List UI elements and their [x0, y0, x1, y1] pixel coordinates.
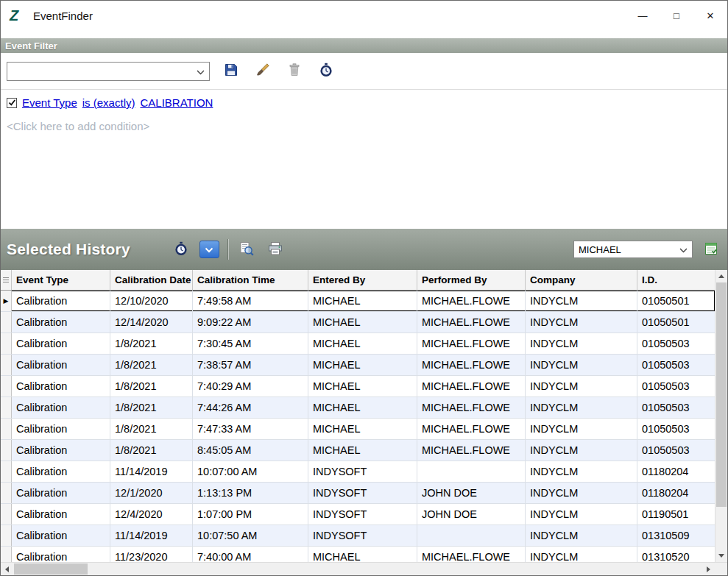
history-timer-button[interactable]: [171, 239, 191, 260]
table-row[interactable]: Calibration1/8/20217:30:45 AMMICHAELMICH…: [1, 333, 715, 355]
column-header-company[interactable]: Company: [526, 270, 637, 290]
cell-performed-by[interactable]: MICHAEL.FLOWE: [417, 419, 526, 439]
vertical-scroll-track[interactable]: [715, 282, 727, 550]
cell-entered-by[interactable]: INDYSOFT: [308, 525, 417, 546]
horizontal-scroll-thumb[interactable]: [14, 563, 88, 575]
cell-event-type[interactable]: Calibration: [12, 355, 110, 375]
grid-corner-icon[interactable]: [1, 270, 12, 290]
table-row[interactable]: Calibration12/1/20201:13:13 PMINDYSOFTJO…: [1, 483, 715, 504]
cell-calibration-time[interactable]: 7:40:29 AM: [193, 376, 308, 397]
column-header-entered-by[interactable]: Entered By: [308, 270, 417, 290]
cell-calibration-time[interactable]: 7:38:57 AM: [193, 355, 308, 375]
cell-entered-by[interactable]: INDYSOFT: [308, 461, 417, 482]
cell-entered-by[interactable]: MICHAEL: [308, 376, 417, 397]
cell-calibration-date[interactable]: 12/1/2020: [110, 483, 193, 503]
cell-entered-by[interactable]: MICHAEL: [308, 440, 417, 461]
clear-filter-button[interactable]: [252, 61, 273, 82]
cell-i-d[interactable]: 01310520: [637, 547, 715, 562]
cell-calibration-date[interactable]: 11/14/2019: [110, 461, 193, 482]
cell-performed-by[interactable]: MICHAEL.FLOWE: [417, 440, 526, 461]
cell-entered-by[interactable]: MICHAEL: [308, 291, 417, 311]
cell-performed-by[interactable]: MICHAEL.FLOWE: [417, 397, 526, 418]
cell-entered-by[interactable]: MICHAEL: [308, 333, 417, 354]
cell-calibration-date[interactable]: 12/4/2020: [110, 504, 193, 525]
cell-i-d[interactable]: 01050503: [637, 376, 715, 397]
cell-i-d[interactable]: 01050503: [637, 355, 715, 375]
cell-calibration-date[interactable]: 1/8/2021: [110, 419, 193, 439]
cell-company[interactable]: INDYCLM: [526, 312, 637, 333]
cell-event-type[interactable]: Calibration: [12, 397, 110, 418]
cell-company[interactable]: INDYCLM: [526, 483, 637, 503]
cell-calibration-date[interactable]: 1/8/2021: [110, 440, 193, 461]
cell-performed-by[interactable]: MICHAEL.FLOWE: [417, 547, 526, 562]
table-row[interactable]: Calibration1/8/20217:38:57 AMMICHAELMICH…: [1, 355, 715, 376]
condition-checkbox[interactable]: [7, 98, 17, 108]
cell-company[interactable]: INDYCLM: [526, 525, 637, 546]
horizontal-scroll-track[interactable]: [13, 563, 702, 575]
cell-performed-by[interactable]: MICHAEL.FLOWE: [417, 355, 526, 375]
cell-company[interactable]: INDYCLM: [526, 355, 637, 375]
cell-calibration-date[interactable]: 11/14/2019: [110, 525, 193, 546]
cell-calibration-date[interactable]: 1/8/2021: [110, 333, 193, 354]
saved-filter-combobox[interactable]: [7, 62, 210, 81]
cell-calibration-time[interactable]: 7:49:58 AM: [193, 291, 308, 311]
cell-calibration-date[interactable]: 1/8/2021: [110, 397, 193, 418]
cell-calibration-time[interactable]: 1:13:13 PM: [193, 483, 308, 503]
cell-entered-by[interactable]: INDYSOFT: [308, 504, 417, 525]
cell-calibration-time[interactable]: 7:47:33 AM: [193, 419, 308, 439]
cell-calibration-time[interactable]: 8:45:05 AM: [193, 440, 308, 461]
cell-event-type[interactable]: Calibration: [12, 440, 110, 461]
table-row[interactable]: Calibration11/23/20207:40:00 AMMICHAELMI…: [1, 547, 715, 562]
scroll-up-button[interactable]: [715, 270, 727, 282]
cell-company[interactable]: INDYCLM: [526, 333, 637, 354]
cell-calibration-time[interactable]: 7:44:26 AM: [193, 397, 308, 418]
cell-company[interactable]: INDYCLM: [526, 440, 637, 461]
cell-entered-by[interactable]: INDYSOFT: [308, 483, 417, 503]
expand-history-button[interactable]: [199, 241, 219, 258]
cell-calibration-date[interactable]: 1/8/2021: [110, 355, 193, 375]
cell-i-d[interactable]: 01190501: [637, 504, 715, 525]
technician-list-button[interactable]: [701, 239, 721, 260]
cell-event-type[interactable]: Calibration: [12, 461, 110, 482]
scroll-right-button[interactable]: [702, 563, 715, 575]
cell-calibration-time[interactable]: 7:40:00 AM: [193, 547, 308, 562]
table-row[interactable]: Calibration1/8/20217:40:29 AMMICHAELMICH…: [1, 376, 715, 397]
close-button[interactable]: ✕: [693, 1, 727, 30]
cell-event-type[interactable]: Calibration: [12, 333, 110, 354]
cell-i-d[interactable]: 01180204: [637, 461, 715, 482]
cell-performed-by[interactable]: MICHAEL.FLOWE: [417, 376, 526, 397]
cell-company[interactable]: INDYCLM: [526, 461, 637, 482]
column-header-event-type[interactable]: Event Type: [12, 270, 110, 290]
cell-calibration-time[interactable]: 9:09:22 AM: [193, 312, 308, 333]
cell-company[interactable]: INDYCLM: [526, 504, 637, 525]
cell-performed-by[interactable]: [417, 461, 526, 482]
minimize-button[interactable]: —: [626, 1, 660, 30]
cell-company[interactable]: INDYCLM: [526, 547, 637, 562]
technician-combobox[interactable]: MICHAEL: [573, 241, 693, 258]
cell-entered-by[interactable]: MICHAEL: [308, 397, 417, 418]
cell-i-d[interactable]: 01050503: [637, 419, 715, 439]
column-header-i-d[interactable]: I.D.: [637, 270, 715, 290]
table-row[interactable]: Calibration11/14/201910:07:00 AMINDYSOFT…: [1, 461, 715, 483]
table-row[interactable]: ▶Calibration12/10/20207:49:58 AMMICHAELM…: [1, 291, 715, 312]
cell-performed-by[interactable]: MICHAEL.FLOWE: [417, 333, 526, 354]
cell-entered-by[interactable]: MICHAEL: [308, 547, 417, 562]
apply-filter-button[interactable]: [316, 61, 336, 82]
table-row[interactable]: Calibration1/8/20217:47:33 AMMICHAELMICH…: [1, 419, 715, 440]
cell-company[interactable]: INDYCLM: [526, 419, 637, 439]
print-preview-button[interactable]: [236, 239, 257, 260]
condition-value-link[interactable]: CALIBRATION: [140, 96, 213, 109]
column-header-calibration-date[interactable]: Calibration Date: [110, 270, 193, 290]
condition-field-link[interactable]: Event Type: [22, 96, 77, 109]
cell-calibration-time[interactable]: 1:07:00 PM: [193, 504, 308, 525]
table-row[interactable]: Calibration1/8/20217:44:26 AMMICHAELMICH…: [1, 397, 715, 419]
cell-event-type[interactable]: Calibration: [12, 312, 110, 333]
vertical-scroll-thumb[interactable]: [716, 282, 727, 507]
cell-company[interactable]: INDYCLM: [526, 397, 637, 418]
cell-event-type[interactable]: Calibration: [12, 547, 110, 562]
cell-i-d[interactable]: 01310509: [637, 525, 715, 546]
cell-calibration-time[interactable]: 10:07:50 AM: [193, 525, 308, 546]
cell-entered-by[interactable]: MICHAEL: [308, 355, 417, 375]
cell-i-d[interactable]: 01050503: [637, 440, 715, 461]
add-condition-link[interactable]: <Click here to add condition>: [7, 120, 721, 132]
